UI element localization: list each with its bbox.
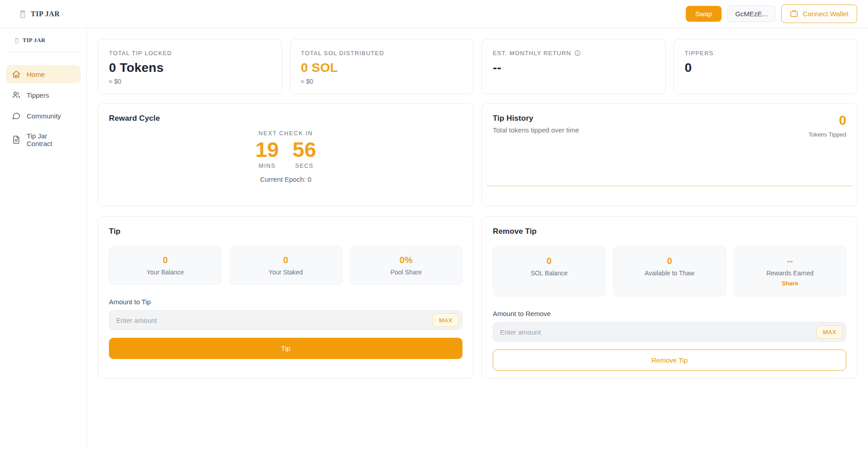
stat-box-value: 0 <box>618 256 721 266</box>
wallet-icon <box>790 9 798 18</box>
top-header: TIP JAR Swap GcMEzE... Connect Wallet <box>0 0 868 28</box>
stat-label: TIPPERS <box>685 50 847 57</box>
stat-box-label: Pool Share <box>355 269 458 276</box>
reward-cycle-card: Reward Cycle NEXT CHECK IN 19 MINS 56 SE… <box>98 103 474 206</box>
tip-amount-input[interactable] <box>109 310 462 330</box>
stat-box-label: Your Staked <box>234 269 337 276</box>
bottom-row: Tip 0 Your Balance 0 Your Staked 0% Pool… <box>98 216 858 379</box>
stat-box-value: 0 <box>114 255 217 265</box>
sidebar-item-community[interactable]: Community <box>6 107 80 125</box>
sidebar-logo: TIP JAR <box>0 37 86 44</box>
stat-subvalue: ≈ $0 <box>301 78 463 85</box>
info-icon[interactable] <box>574 50 581 57</box>
stat-card-sol-distributed: TOTAL SOL DISTRIBUTED 0 SOL ≈ $0 <box>290 39 474 94</box>
stat-card-tippers: TIPPERS 0 <box>674 39 858 94</box>
users-icon <box>12 90 21 99</box>
document-icon <box>12 135 21 144</box>
amount-to-remove-label: Amount to Remove <box>493 310 846 317</box>
sidebar: TIP JAR Home Tippers <box>0 28 87 449</box>
stat-card-monthly-return: EST. MONTHLY RETURN -- <box>481 39 666 94</box>
tip-max-button[interactable]: MAX <box>433 313 459 327</box>
stat-label: EST. MONTHLY RETURN <box>493 50 571 57</box>
app-title: TIP JAR <box>31 10 60 18</box>
stat-box-label: Your Balance <box>114 269 217 276</box>
remove-tip-panel: Remove Tip 0 SOL Balance 0 Available to … <box>481 216 858 379</box>
app-logo: TIP JAR <box>18 9 60 19</box>
tip-history-chart-line <box>486 185 853 186</box>
connect-wallet-label: Connect Wallet <box>803 10 849 18</box>
sidebar-item-contract[interactable]: Tip Jar Contract <box>6 128 80 152</box>
stat-value: 0 SOL <box>301 61 463 75</box>
stat-label: TOTAL SOL DISTRIBUTED <box>301 50 463 57</box>
header-actions: Swap GcMEzE... Connect Wallet <box>686 5 857 23</box>
stat-box-pool-share: 0% Pool Share <box>350 246 462 285</box>
chat-icon <box>12 111 21 120</box>
current-epoch-text: Current Epoch: 0 <box>260 175 311 183</box>
remove-tip-button[interactable]: Remove Tip <box>493 350 846 371</box>
card-title: Tip History <box>493 114 579 123</box>
jar-icon <box>18 9 27 19</box>
sidebar-item-label: Tip Jar Contract <box>27 132 75 147</box>
sidebar-item-home[interactable]: Home <box>6 65 80 83</box>
card-subtitle: Total tokens tipped over time <box>493 126 579 134</box>
stat-box-available-to-thaw: 0 Available to Thaw <box>613 246 726 297</box>
stat-label: TOTAL TIP LOCKED <box>109 50 271 57</box>
stat-box-label: SOL Balance <box>498 269 600 277</box>
card-title: Reward Cycle <box>109 114 462 123</box>
remove-amount-input[interactable] <box>493 322 846 342</box>
stat-box-your-balance: 0 Your Balance <box>109 246 222 285</box>
countdown-mins-label: MINS <box>259 162 276 169</box>
remove-max-button[interactable]: MAX <box>816 325 843 339</box>
tip-panel: Tip 0 Your Balance 0 Your Staked 0% Pool… <box>98 216 474 379</box>
tokens-tipped-label: Tokens Tipped <box>808 131 846 138</box>
countdown-minutes: 19 <box>255 137 279 162</box>
stat-box-your-staked: 0 Your Staked <box>229 246 342 285</box>
sidebar-item-tippers[interactable]: Tippers <box>6 86 80 104</box>
swap-button[interactable]: Swap <box>686 6 722 22</box>
stat-box-value: 0 <box>498 256 600 266</box>
panel-title: Tip <box>109 227 462 236</box>
stat-box-rewards-earned: -- Rewards Earned Share <box>734 246 846 297</box>
sidebar-divider <box>5 52 81 52</box>
tip-button[interactable]: Tip <box>109 338 462 359</box>
amount-to-tip-label: Amount to Tip <box>109 298 462 306</box>
stat-box-value: 0 <box>234 255 337 265</box>
stat-box-sol-balance: 0 SOL Balance <box>493 246 605 297</box>
stat-value: -- <box>493 61 655 75</box>
tip-history-card: Tip History Total tokens tipped over tim… <box>481 103 858 206</box>
sidebar-title: TIP JAR <box>23 37 45 44</box>
countdown-seconds: 56 <box>292 137 316 162</box>
sidebar-item-label: Community <box>27 112 61 120</box>
stat-box-label: Available to Thaw <box>618 269 721 277</box>
middle-row: Reward Cycle NEXT CHECK IN 19 MINS 56 SE… <box>98 103 858 206</box>
stat-box-value: 0% <box>355 255 458 265</box>
stat-value: 0 Tokens <box>109 61 271 75</box>
panel-title: Remove Tip <box>493 227 846 236</box>
sidebar-item-label: Tippers <box>27 91 49 99</box>
stat-value: 0 <box>685 61 847 75</box>
next-check-label: NEXT CHECK IN <box>259 130 313 137</box>
sidebar-item-label: Home <box>27 71 45 78</box>
main-content: TOTAL TIP LOCKED 0 Tokens ≈ $0 TOTAL SOL… <box>87 28 868 449</box>
countdown-secs-label: SECS <box>295 162 314 169</box>
connect-wallet-button[interactable]: Connect Wallet <box>781 5 857 23</box>
tokens-tipped-value: 0 <box>808 114 846 127</box>
jar-icon <box>14 38 20 44</box>
stat-subvalue: ≈ $0 <box>109 78 271 85</box>
share-link[interactable]: Share <box>739 280 841 287</box>
stats-row: TOTAL TIP LOCKED 0 Tokens ≈ $0 TOTAL SOL… <box>98 39 858 94</box>
stat-box-value: -- <box>739 256 841 266</box>
stat-card-total-tip-locked: TOTAL TIP LOCKED 0 Tokens ≈ $0 <box>98 39 282 94</box>
home-icon <box>12 70 21 79</box>
stat-box-label: Rewards Earned <box>739 269 841 277</box>
wallet-address-chip[interactable]: GcMEzE... <box>727 5 775 22</box>
